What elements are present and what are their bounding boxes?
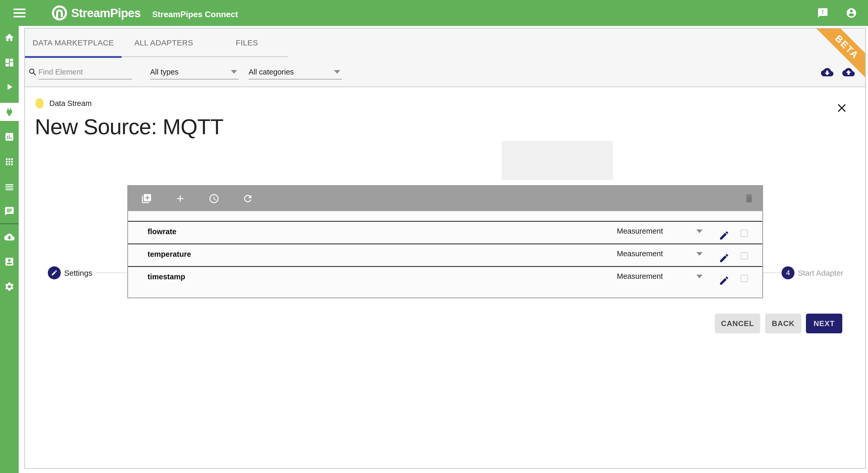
- property-type-select[interactable]: Measurement: [617, 250, 703, 258]
- next-button[interactable]: NEXT: [806, 314, 842, 333]
- type-select[interactable]: All types: [150, 65, 239, 80]
- step-4-number: 4: [786, 269, 790, 277]
- step-1-circle[interactable]: [48, 266, 61, 279]
- apps-grid-icon: [4, 157, 14, 167]
- schema-row: temperature Measurement: [128, 244, 762, 266]
- wizard-actions: CANCEL BACK NEXT: [25, 314, 865, 335]
- event-schema-table: flowrate Measurement temperature Measure…: [127, 185, 763, 298]
- feedback-icon[interactable]: [817, 7, 829, 19]
- chevron-down-icon: [231, 70, 237, 74]
- search-input[interactable]: [38, 65, 132, 80]
- property-name: temperature: [148, 250, 617, 258]
- import-export-actions: [821, 62, 855, 83]
- property-type-value: Measurement: [617, 250, 663, 258]
- settings-gear-icon: [4, 281, 14, 292]
- property-type-value: Measurement: [617, 272, 663, 281]
- sidebar-item-profile[interactable]: [0, 253, 19, 271]
- close-button[interactable]: [835, 101, 848, 115]
- marketplace-toolbar: DATA MARKETPLACE ALL ADAPTERS FILES All …: [25, 29, 865, 87]
- sidebar-item-pipelines[interactable]: [0, 78, 19, 96]
- wizard-stepper: Settings Select Format 3 Define Event Sc…: [25, 141, 865, 180]
- filter-row: All types All categories: [25, 62, 865, 83]
- schema-row: flowrate Measurement: [128, 221, 762, 244]
- sidebar-item-apps[interactable]: [0, 153, 19, 171]
- step-1-label[interactable]: Settings: [64, 269, 92, 278]
- account-box-icon: [4, 256, 14, 267]
- page-title: StreamPipes Connect: [152, 10, 238, 19]
- step-4-label[interactable]: Start Adapter: [798, 269, 843, 278]
- sidebar-item-logs[interactable]: [0, 178, 19, 196]
- schema-rows: flowrate Measurement temperature Measure…: [128, 221, 762, 289]
- edit-property-button[interactable]: [719, 230, 730, 241]
- type-select-value: All types: [150, 68, 179, 76]
- chevron-down-icon: [334, 70, 340, 74]
- edit-property-button[interactable]: [719, 275, 730, 286]
- element-category-label: Data Stream: [49, 99, 92, 108]
- chevron-down-icon: [696, 252, 703, 256]
- schema-toolbar: [128, 186, 762, 211]
- property-name: timestamp: [148, 273, 617, 281]
- property-type-select[interactable]: Measurement: [617, 272, 703, 281]
- sidebar-item-connect[interactable]: [0, 103, 19, 121]
- list-icon: [4, 182, 14, 192]
- row-checkbox[interactable]: [741, 252, 748, 260]
- bar-chart-icon: [4, 132, 14, 142]
- account-circle-icon[interactable]: [846, 7, 857, 19]
- tab-all-adapters[interactable]: ALL ADAPTERS: [122, 29, 206, 57]
- sidebar-item-dashboard[interactable]: [0, 54, 19, 72]
- sidebar-item-home[interactable]: [0, 29, 19, 47]
- category-select[interactable]: All categories: [249, 65, 342, 80]
- page: StreamPipes StreamPipes Connect: [0, 0, 868, 473]
- cloud-download-icon: [4, 232, 14, 242]
- edit-pencil-icon: [719, 253, 730, 263]
- sidebar-item-downloads[interactable]: [0, 228, 19, 246]
- refresh-icon[interactable]: [242, 193, 253, 204]
- property-type-value: Measurement: [617, 227, 663, 235]
- tab-bar: DATA MARKETPLACE ALL ADAPTERS FILES: [25, 29, 288, 57]
- category-select-value: All categories: [249, 68, 294, 76]
- cloud-upload-button[interactable]: [842, 66, 855, 78]
- chevron-down-icon: [696, 275, 703, 278]
- library-add-icon[interactable]: [141, 193, 152, 204]
- schema-row: timestamp Measurement: [128, 266, 762, 289]
- sidebar-divider: [0, 223, 19, 224]
- row-checkbox[interactable]: [741, 229, 748, 237]
- edit-pencil-icon: [51, 270, 58, 276]
- add-icon[interactable]: [175, 193, 186, 204]
- chat-icon: [4, 206, 14, 217]
- edit-pencil-icon: [719, 275, 730, 286]
- cloud-download-button[interactable]: [821, 66, 833, 78]
- cancel-button[interactable]: CANCEL: [715, 314, 760, 333]
- sidebar-item-notifications[interactable]: [0, 202, 19, 220]
- dashboard-icon: [4, 57, 14, 68]
- tab-data-marketplace[interactable]: DATA MARKETPLACE: [25, 29, 122, 57]
- trash-icon: [744, 193, 754, 204]
- play-icon: [4, 82, 14, 92]
- data-stream-dot-icon: [35, 98, 43, 108]
- row-checkbox[interactable]: [741, 275, 748, 282]
- property-name: flowrate: [148, 227, 617, 236]
- step-4-circle[interactable]: 4: [781, 266, 795, 279]
- close-icon: [835, 101, 848, 115]
- edit-pencil-icon: [719, 230, 730, 241]
- active-step-highlight: [502, 141, 613, 180]
- plug-icon: [4, 107, 14, 117]
- app-header: StreamPipes StreamPipes Connect: [0, 0, 868, 26]
- main-card: DATA MARKETPLACE ALL ADAPTERS FILES All …: [24, 28, 866, 469]
- sidebar-item-settings[interactable]: [0, 278, 19, 296]
- search-icon: [28, 67, 37, 77]
- menu-icon[interactable]: [13, 8, 26, 18]
- streampipes-logo: [52, 5, 67, 21]
- delete-selected-button[interactable]: [744, 193, 754, 205]
- sidebar: [0, 0, 19, 473]
- edit-property-button[interactable]: [719, 253, 730, 263]
- clock-icon[interactable]: [209, 193, 219, 204]
- wizard-title: New Source: MQTT: [35, 114, 223, 139]
- tab-files[interactable]: FILES: [206, 29, 288, 57]
- brand-title: StreamPipes: [71, 6, 141, 20]
- back-button[interactable]: BACK: [765, 314, 801, 333]
- property-type-select[interactable]: Measurement: [617, 227, 703, 235]
- home-icon: [4, 32, 14, 43]
- element-category: Data Stream: [35, 98, 92, 108]
- sidebar-item-charts[interactable]: [0, 128, 19, 146]
